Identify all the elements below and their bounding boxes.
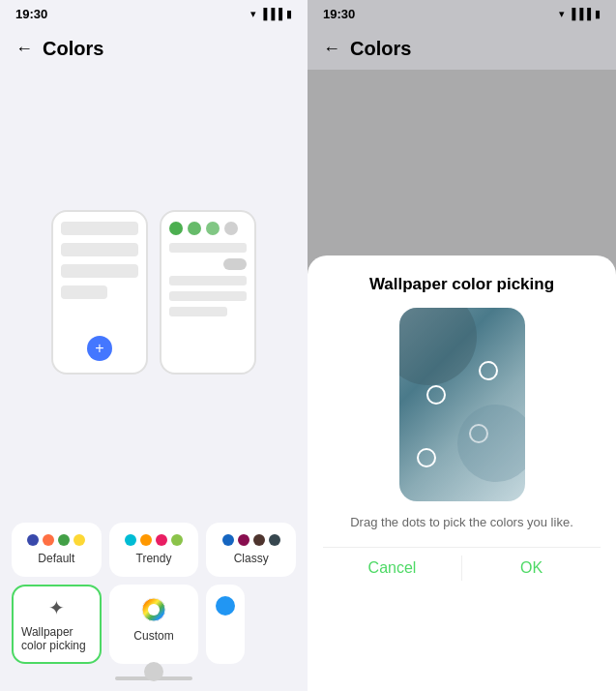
battery-icon: ▮	[286, 8, 292, 20]
cdot-2	[43, 534, 54, 546]
custom-option[interactable]: Custom	[109, 585, 199, 664]
mock-line-3	[169, 291, 247, 301]
back-button-left[interactable]: ←	[15, 39, 33, 59]
cdot-c2	[238, 534, 249, 546]
trendy-label: Trendy	[136, 552, 172, 565]
cdot-t1	[125, 534, 136, 546]
color-options-grid: Default Trendy Classy ✦ Wallpap	[0, 515, 308, 672]
cdot-c3	[253, 534, 265, 546]
mock-toggle	[223, 258, 247, 270]
cdot-t3	[156, 534, 167, 546]
cancel-button[interactable]: Cancel	[323, 548, 461, 588]
cdot-4	[73, 534, 85, 546]
phone-mockup-default: +	[51, 210, 148, 375]
default-dots	[27, 534, 85, 546]
modal-overlay: Wallpaper color picking Drag the dots to…	[308, 0, 616, 691]
preview-dot-2	[188, 222, 201, 235]
partial-dot	[216, 596, 235, 616]
classy-label: Classy	[234, 552, 269, 565]
left-panel: 19:30 ▾ ▐▐▐ ▮ ← Colors +	[0, 0, 308, 691]
default-label: Default	[38, 552, 74, 565]
wallpaper-color-picking-option[interactable]: ✦ Wallpaper color picking	[12, 585, 102, 664]
modal-title: Wallpaper color picking	[369, 275, 554, 294]
wifi-icon: ▾	[250, 8, 256, 20]
modal-hint: Drag the dots to pick the colors you lik…	[350, 515, 573, 529]
trendy-dots	[125, 534, 183, 546]
pick-dot-2[interactable]	[426, 385, 446, 405]
wallpaper-label: Wallpaper color picking	[21, 625, 92, 652]
mock-line-2	[169, 276, 247, 285]
preview-dot-4	[224, 222, 238, 235]
right-panel: 19:30 ▾ ▐▐▐ ▮ ← Colors Wallpaper color p…	[308, 0, 616, 691]
color-option-default[interactable]: Default	[12, 523, 102, 577]
mock-line-4	[169, 307, 227, 316]
fab-preview: +	[87, 336, 112, 361]
custom-label: Custom	[133, 629, 173, 643]
pick-dot-1[interactable]	[479, 361, 498, 380]
preview-area: +	[0, 70, 308, 515]
wallpaper-icon: ✦	[48, 596, 65, 619]
status-icons-left: ▾ ▐▐▐ ▮	[250, 8, 292, 20]
page-header-left: ← Colors	[0, 27, 308, 70]
wallpaper-preview-image[interactable]	[399, 308, 525, 501]
partial-option[interactable]	[206, 585, 245, 664]
phone-mockup-color	[160, 210, 256, 375]
color-option-trendy[interactable]: Trendy	[109, 523, 199, 577]
preview-dot-1	[169, 222, 183, 235]
preview-dots-row	[169, 222, 247, 235]
modal-actions: Cancel OK	[323, 547, 601, 588]
cdot-1	[27, 534, 39, 546]
pick-dot-4[interactable]	[417, 448, 436, 467]
signal-icon: ▐▐▐	[260, 8, 282, 19]
status-time-left: 19:30	[15, 7, 47, 21]
mock-bar-4	[61, 285, 107, 299]
classy-dots	[222, 534, 280, 546]
bottom-circle	[144, 662, 163, 681]
preview-dot-3	[206, 222, 220, 235]
page-title-left: Colors	[43, 38, 103, 60]
cdot-c1	[222, 534, 234, 546]
status-bar-left: 19:30 ▾ ▐▐▐ ▮	[0, 0, 308, 27]
mock-line-1	[169, 243, 247, 253]
ok-button[interactable]: OK	[462, 548, 601, 588]
svg-point-1	[148, 604, 160, 616]
cdot-t4	[171, 534, 183, 546]
cdot-c4	[269, 534, 280, 546]
cdot-3	[58, 534, 70, 546]
cdot-t2	[140, 534, 152, 546]
mock-bar-1	[61, 222, 138, 235]
mock-bar-2	[61, 243, 138, 256]
modal-sheet: Wallpaper color picking Drag the dots to…	[308, 255, 616, 691]
color-option-classy[interactable]: Classy	[206, 523, 296, 577]
rainbow-icon	[140, 596, 167, 623]
mock-bar-3	[61, 264, 138, 278]
pick-dot-3[interactable]	[469, 424, 488, 443]
